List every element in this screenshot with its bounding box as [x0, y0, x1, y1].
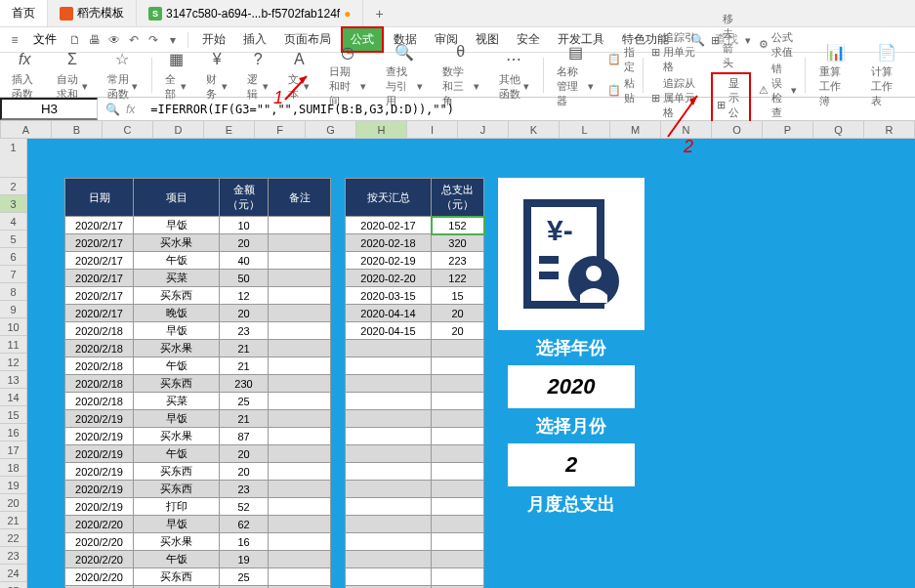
row-header-22[interactable]: 22	[0, 529, 26, 547]
tool-logic[interactable]: ? 逻辑 ▾	[241, 49, 274, 102]
col-header-F[interactable]: F	[255, 121, 306, 138]
table-row[interactable]: 2020-02-19223	[346, 252, 484, 270]
row-header-18[interactable]: 18	[0, 459, 26, 477]
table-row[interactable]	[346, 393, 484, 410]
row-header-1[interactable]: 1	[0, 139, 26, 178]
col-header-D[interactable]: D	[153, 121, 204, 138]
col-header-M[interactable]: M	[610, 121, 661, 138]
row-header-17[interactable]: 17	[0, 441, 26, 459]
table-row[interactable]	[346, 357, 484, 375]
dropdown-icon[interactable]: ▾	[164, 31, 182, 49]
row-header-21[interactable]: 21	[0, 512, 26, 529]
table-row[interactable]	[346, 445, 484, 463]
table-row[interactable]: 2020/2/18买水果21	[65, 340, 331, 357]
table-row[interactable]	[346, 551, 484, 568]
table-row[interactable]: 2020/2/19早饭21	[65, 410, 331, 428]
table-row[interactable]: 2020/2/19午饭20	[65, 445, 331, 463]
tool-all[interactable]: ▦ 全部 ▾	[159, 49, 192, 102]
tab-document[interactable]: S 3147c580-a694-...b-f5702fab124f ●	[137, 0, 363, 26]
cell-reference[interactable]	[0, 98, 98, 120]
tab-home[interactable]: 首页	[0, 0, 48, 26]
table-row[interactable]: 2020/2/20午饭19	[65, 551, 331, 568]
menu-icon[interactable]: ≡	[6, 31, 23, 49]
col-header-Q[interactable]: Q	[813, 121, 864, 138]
table-row[interactable]: 2020/2/17早饭10	[65, 217, 331, 234]
table-row[interactable]: 2020-04-1420	[346, 305, 484, 322]
row-header-9[interactable]: 9	[0, 301, 26, 318]
row-header-11[interactable]: 11	[0, 336, 26, 354]
table-row[interactable]: 2020/2/18早饭23	[65, 322, 331, 340]
table-row[interactable]: 2020/2/19买东西23	[65, 481, 331, 498]
file-menu[interactable]: 文件	[25, 31, 64, 48]
new-tab-button[interactable]: +	[363, 2, 395, 25]
undo-icon[interactable]: ↶	[125, 31, 143, 49]
table-row[interactable]: 2020/2/17买菜50	[65, 270, 331, 287]
table-row[interactable]: 2020/2/19打印52	[65, 498, 331, 516]
tool-name-mgr[interactable]: ▤ 名称管理器 ▾	[551, 41, 600, 108]
table-row[interactable]: 2020/2/20买东西25	[65, 568, 331, 586]
col-header-P[interactable]: P	[763, 121, 813, 138]
col-header-B[interactable]: B	[52, 121, 103, 138]
col-header-O[interactable]: O	[712, 121, 763, 138]
table-row[interactable]: 2020-02-17152	[346, 217, 484, 234]
table-row[interactable]: 2020/2/17买东西12	[65, 287, 331, 305]
table-row[interactable]: 2020-04-1520	[346, 322, 484, 340]
table-row[interactable]	[346, 463, 484, 481]
print-icon[interactable]: 🖶	[86, 31, 104, 49]
col-header-R[interactable]: R	[864, 121, 915, 138]
row-header-13[interactable]: 13	[0, 371, 26, 389]
table-row[interactable]	[346, 516, 484, 533]
tool-common[interactable]: ☆ 常用函数 ▾	[102, 49, 144, 102]
table-row[interactable]	[346, 568, 484, 586]
row-header-2[interactable]: 2	[0, 178, 26, 195]
row-header-12[interactable]: 12	[0, 354, 26, 371]
row-header-10[interactable]: 10	[0, 318, 26, 336]
table-row[interactable]: 2020/2/20早饭62	[65, 516, 331, 533]
tool-other[interactable]: ⋯ 其他函数 ▾	[493, 49, 535, 102]
table-row[interactable]: 2020/2/18午饭21	[65, 357, 331, 375]
col-header-A[interactable]: A	[1, 121, 52, 138]
col-header-H[interactable]: H	[356, 121, 407, 138]
tool-math[interactable]: θ 数学和三角 ▾	[437, 41, 485, 108]
redo-icon[interactable]: ↷	[145, 31, 162, 49]
table-row[interactable]	[346, 428, 484, 445]
table-row[interactable]: 2020/2/18买菜25	[65, 393, 331, 410]
row-header-6[interactable]: 6	[0, 248, 26, 266]
table-row[interactable]	[346, 340, 484, 357]
table-row[interactable]	[346, 375, 484, 393]
tab-template[interactable]: 稻壳模板	[48, 0, 137, 26]
tool-calc-sheet[interactable]: 📄 计算工作表	[865, 41, 909, 108]
tool-insert-fn[interactable]: fx 插入函数	[6, 49, 43, 102]
tool-lookup[interactable]: 🔍 查找与引用 ▾	[380, 41, 429, 108]
table-row[interactable]: 2020/2/20买水果16	[65, 533, 331, 551]
table-row[interactable]: 2020/2/19买水果87	[65, 428, 331, 445]
row-header-5[interactable]: 5	[0, 231, 26, 248]
tool-recalc[interactable]: 📊 重算工作簿	[813, 41, 857, 108]
row-header-20[interactable]: 20	[0, 494, 26, 512]
table-row[interactable]: 2020-02-18320	[346, 234, 484, 252]
table-row[interactable]	[346, 533, 484, 551]
tool-remove-arrow[interactable]: ⊞ 移去箭头 ▾	[711, 12, 751, 70]
row-header-14[interactable]: 14	[0, 389, 26, 406]
table-row[interactable]	[346, 410, 484, 428]
col-header-L[interactable]: L	[560, 121, 610, 138]
tool-datetime[interactable]: ◷ 日期和时间 ▾	[323, 41, 372, 108]
col-header-E[interactable]: E	[204, 121, 255, 138]
month-value[interactable]: 2	[508, 443, 635, 486]
row-header-8[interactable]: 8	[0, 283, 26, 301]
row-header-15[interactable]: 15	[0, 406, 26, 424]
save-icon[interactable]: 🗋	[66, 31, 84, 49]
row-header-4[interactable]: 4	[0, 213, 26, 231]
tool-paste[interactable]: 📋 粘贴	[607, 76, 635, 105]
table-row[interactable]: 2020-02-20122	[346, 270, 484, 287]
col-header-J[interactable]: J	[458, 121, 509, 138]
row-header-25[interactable]: 25	[0, 582, 26, 588]
table-row[interactable]: 2020/2/17晚饭20	[65, 305, 331, 322]
col-header-I[interactable]: I	[407, 121, 458, 138]
row-header-3[interactable]: 3	[0, 195, 26, 213]
tool-finance[interactable]: ¥ 财务 ▾	[200, 49, 233, 102]
year-value[interactable]: 2020	[508, 365, 635, 408]
col-header-C[interactable]: C	[103, 121, 153, 138]
table-row[interactable]: 2020-03-1515	[346, 287, 484, 305]
row-header-24[interactable]: 24	[0, 565, 26, 582]
